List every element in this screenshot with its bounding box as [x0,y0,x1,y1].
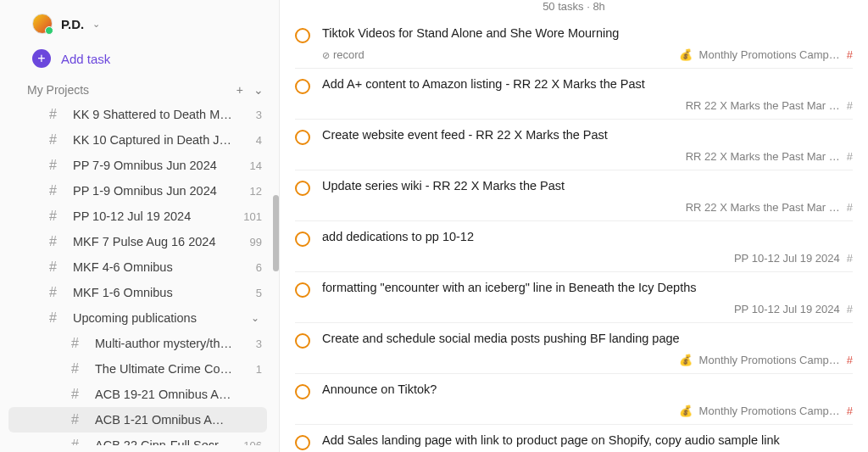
task-item[interactable]: Create website event feed - RR 22 X Mark… [295,120,853,170]
sidebar-item[interactable]: #KK 9 Shattered to Death May 17 2…3 [0,102,275,127]
hash-icon: # [847,150,853,163]
task-project-label[interactable]: PP 10-12 Jul 19 2024 [734,252,840,265]
sidebar-item-label: MKF 4-6 Omnibus [73,260,233,274]
sidebar-item[interactable]: #MKF 1-6 Omnibus5 [0,280,275,305]
task-meta: record💰Monthly Promotions Camp… # [295,48,853,61]
task-list: Tiktok Videos for Stand Alone and She Wo… [280,18,868,452]
task-project-label[interactable]: RR 22 X Marks the Past Mar … [686,201,840,214]
chevron-down-icon [92,19,100,30]
sidebar-item[interactable]: #PP 7-9 Omnibus Jun 202414 [0,153,275,178]
task-item[interactable]: Update series wiki - RR 22 X Marks the P… [295,170,853,221]
task-checkbox[interactable] [295,181,310,196]
task-project-label[interactable]: PP 10-12 Jul 19 2024 [734,303,840,315]
task-project-label[interactable]: RR 22 X Marks the Past Mar … [686,99,840,112]
sidebar-item-label: Upcoming publications [73,311,238,325]
sidebar-item-label: The Ultimate Crime Collection [95,362,233,376]
task-meta: PP 10-12 Jul 19 2024 # [295,252,853,265]
sidebar: P.D. Add task My Projects #KK 9 Shattere… [0,0,280,452]
sidebar-item[interactable]: #The Ultimate Crime Collection1 [0,356,275,382]
task-meta: 💰Monthly Promotions Camp… # [295,354,853,366]
hash-icon: # [847,303,853,315]
add-project-icon[interactable] [236,83,243,97]
task-checkbox[interactable] [295,232,310,247]
hash-icon: # [847,405,853,417]
task-project-label[interactable]: Monthly Promotions Camp… [699,48,840,61]
sidebar-item-label: Multi-author mystery/thriller/n… [95,337,233,350]
sidebar-item-label: MKF 7 Pulse Aug 16 2024 [73,235,233,248]
scrollbar[interactable] [273,195,279,271]
sidebar-item[interactable]: #MKF 7 Pulse Aug 16 202499 [0,229,275,254]
task-item[interactable]: add dedications to pp 10-12PP 10-12 Jul … [295,221,853,272]
sidebar-item[interactable]: #PP 1-9 Omnibus Jun 202412 [0,178,275,204]
task-item[interactable]: Add Sales landing page with link to prod… [295,425,853,452]
task-title: Add A+ content to Amazon listing - RR 22… [322,77,853,91]
hash-icon: # [847,99,853,112]
task-project-label[interactable]: RR 22 X Marks the Past Mar … [686,150,840,163]
add-task-button[interactable]: Add task [0,44,279,78]
hash-icon: # [49,209,63,224]
task-checkbox[interactable] [295,28,310,43]
sidebar-item-count: 101 [243,210,262,223]
hash-icon: # [71,438,85,445]
hash-icon: # [71,387,85,402]
task-checkbox[interactable] [295,333,310,349]
user-name: P.D. [61,17,84,31]
sidebar-item-count: 4 [243,134,262,147]
hash-icon: # [71,412,85,427]
task-meta: RR 22 X Marks the Past Mar … # [295,201,853,214]
sidebar-item-label: PP 10-12 Jul 19 2024 [73,209,233,223]
sidebar-item[interactable]: #Multi-author mystery/thriller/n…3 [0,331,275,356]
task-checkbox[interactable] [295,79,310,94]
task-checkbox[interactable] [295,282,310,298]
task-meta: RR 22 X Marks the Past Mar … # [295,99,853,112]
hash-icon: # [847,354,853,366]
user-menu[interactable]: P.D. [0,7,279,44]
task-checkbox[interactable] [295,130,310,145]
task-title: Update series wiki - RR 22 X Marks the P… [322,179,853,193]
task-item[interactable]: Tiktok Videos for Stand Alone and She Wo… [295,18,853,69]
sidebar-item[interactable]: #ACB 19-21 Omnibus Aug 2024 [0,382,275,407]
avatar [32,14,53,34]
task-title: formatting "encounter with an iceberg" l… [322,281,853,294]
hash-icon: # [49,310,63,326]
hash-icon: # [49,183,63,198]
sidebar-item[interactable]: #MKF 4-6 Omnibus6 [0,254,275,280]
task-item[interactable]: Announce on Tiktok?💰Monthly Promotions C… [295,374,853,425]
sidebar-item-count: 3 [243,338,262,350]
hash-icon: # [49,259,63,275]
hash-icon: # [847,252,853,265]
sidebar-item-label: ACB 22 Cinn-Full Secrets Sep… [95,438,233,445]
sidebar-item-count: 5 [243,287,262,299]
task-meta: PP 10-12 Jul 19 2024 # [295,303,853,315]
hash-icon: # [847,201,853,214]
task-checkbox[interactable] [295,384,310,399]
collapse-projects-icon[interactable] [253,83,264,97]
task-item[interactable]: Add A+ content to Amazon listing - RR 22… [295,69,853,120]
sidebar-item-label: KK 9 Shattered to Death May 17 2… [73,108,233,121]
sidebar-item-count: 1 [243,363,262,376]
task-item[interactable]: formatting "encounter with an iceberg" l… [295,272,853,323]
sidebar-item[interactable]: #ACB 22 Cinn-Full Secrets Sep…106 [0,432,275,445]
hash-icon: # [49,132,63,148]
tag-icon [322,48,330,61]
sidebar-item-label: ACB 19-21 Omnibus Aug 2024 [95,388,233,401]
sidebar-item[interactable]: #Upcoming publications [0,305,275,331]
money-icon: 💰 [679,405,693,417]
task-title: Announce on Tiktok? [322,382,853,396]
sidebar-item-label: ACB 1-21 Omnibus Aug 2024 [95,413,225,427]
task-tag[interactable]: record [322,48,364,61]
sidebar-item[interactable]: #ACB 1-21 Omnibus Aug 2024 [8,407,267,432]
task-item[interactable]: Create and schedule social media posts p… [295,323,853,374]
task-title: Create website event feed - RR 22 X Mark… [322,128,853,142]
projects-header-label: My Projects [27,83,89,97]
sidebar-item[interactable]: #KK 10 Captured in Death Jun 21 2…4 [0,127,275,153]
task-project-label[interactable]: Monthly Promotions Camp… [699,405,840,417]
task-project-label[interactable]: Monthly Promotions Camp… [699,354,840,366]
sidebar-item-count: 12 [243,185,262,198]
sidebar-item[interactable]: #PP 10-12 Jul 19 2024101 [0,204,275,229]
chevron-down-icon[interactable] [248,312,262,324]
task-title: Add Sales landing page with link to prod… [322,433,853,447]
sidebar-item-label: MKF 1-6 Omnibus [73,286,233,299]
task-meta: 💰Monthly Promotions Camp… # [295,405,853,417]
task-checkbox[interactable] [295,435,310,450]
